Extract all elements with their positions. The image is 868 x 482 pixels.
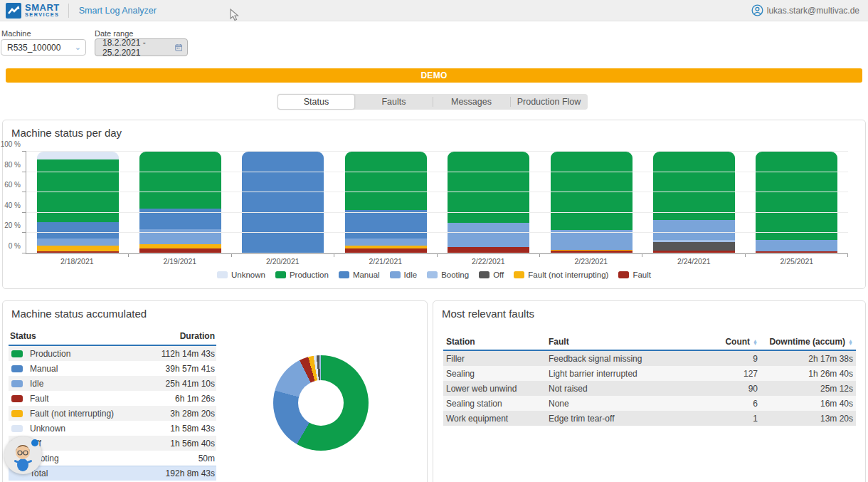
- fault-row-filler[interactable]: FillerFeedback signal missing92h 17m 38s: [443, 351, 856, 366]
- faults-col-count[interactable]: Count▲▼: [702, 337, 758, 347]
- legend-item-unknown: Unknown: [217, 271, 265, 279]
- bar-segment-unknown: [37, 152, 119, 159]
- legend-item-production: Production: [275, 271, 329, 279]
- bar-segment-production: [653, 152, 735, 220]
- stacked-bar-2/20/2021[interactable]: [242, 152, 324, 253]
- bar-segment-idle: [37, 239, 119, 246]
- machine-status-per-day-panel: Machine status per day 0 %20 %40 %60 %80…: [2, 120, 866, 289]
- bar-segment-off: [653, 242, 735, 250]
- y-axis-label: 80 %: [4, 160, 21, 168]
- filter-row: Machine R535_100000 ⌄ Date range 18.2.20…: [0, 22, 868, 63]
- accum-row-unknown[interactable]: Unknown1h 58m 43s: [9, 421, 216, 436]
- chevron-down-icon: ⌄: [75, 43, 81, 52]
- top-bar: SMART SERVICES Smart Log Analyzer lukas.…: [0, 0, 868, 21]
- bar-segment-manual: [242, 152, 324, 253]
- user-email: lukas.stark@multivac.de: [767, 6, 859, 16]
- bar-segment-production: [756, 152, 837, 240]
- accum-title: Machine status accumulated: [3, 301, 427, 320]
- legend-item-idle: Idle: [390, 271, 418, 279]
- faults-col-station: Station: [443, 337, 549, 347]
- stacked-bar-2/25/2021[interactable]: [756, 152, 837, 253]
- tab-messages[interactable]: Messages: [433, 94, 510, 110]
- legend-item-off: Off: [479, 271, 504, 279]
- x-axis-label: 2/24/2021: [642, 257, 746, 266]
- daterange-input[interactable]: 18.2.2021 - 25.2.2021: [95, 38, 188, 56]
- x-axis-label: 2/20/2021: [231, 257, 334, 266]
- user-icon: [751, 4, 763, 16]
- calendar-icon: [175, 43, 182, 52]
- x-axis-label: 2/25/2021: [746, 257, 849, 266]
- daterange-label: Date range: [95, 29, 133, 38]
- mouse-cursor: [230, 9, 239, 21]
- tab-status[interactable]: Status: [277, 94, 355, 110]
- divider: [68, 4, 69, 18]
- x-axis-label: 2/18/2021: [26, 257, 129, 266]
- faults-col-downtime[interactable]: Downtime (accum)▲▼: [758, 337, 856, 347]
- y-axis-label: 100 %: [1, 140, 21, 148]
- chart-title: Machine status per day: [3, 120, 865, 139]
- tab-bar: StatusFaultsMessagesProduction Flow: [277, 94, 588, 110]
- accum-col-duration: Duration: [180, 331, 215, 341]
- faults-title: Most relevant faults: [433, 301, 865, 320]
- x-axis-label: 2/21/2021: [334, 257, 438, 266]
- legend-item-fault: Fault: [618, 271, 651, 279]
- bar-segment-idle: [756, 240, 837, 251]
- bar-segment-idle: [139, 229, 221, 244]
- logo-icon: [6, 3, 21, 19]
- bar-segment-production: [139, 152, 221, 209]
- accum-row-fault[interactable]: Fault6h 1m 26s: [9, 391, 216, 406]
- legend-item-booting: Booting: [427, 271, 469, 279]
- machine-select[interactable]: R535_100000 ⌄: [1, 39, 86, 56]
- fault-row-work-equipment[interactable]: Work equipmentEdge trim tear-off113m 20s: [443, 411, 856, 426]
- fault-row-sealing[interactable]: SealingLight barrier interrupted1271h 26…: [443, 366, 856, 381]
- x-axis-labels: 2/18/20212/19/20212/20/20212/21/20212/22…: [26, 257, 848, 266]
- accum-row-idle[interactable]: Idle25h 41m 10s: [9, 376, 216, 391]
- stacked-bar-chart: 0 %20 %40 %60 %80 %100 %: [26, 152, 848, 254]
- x-axis-label: 2/22/2021: [437, 257, 540, 266]
- machine-status-accumulated-panel: Machine status accumulated Status Durati…: [2, 300, 428, 482]
- machine-value: R535_100000: [7, 43, 60, 53]
- stacked-bar-2/18/2021[interactable]: [37, 152, 119, 253]
- accum-table-header: Status Duration: [9, 328, 216, 346]
- bar-segment-production: [345, 152, 427, 210]
- accum-row-fault-not-interrupting-[interactable]: Fault (not interrupting)3h 28m 20s: [9, 406, 216, 421]
- y-axis-label: 0 %: [9, 242, 21, 250]
- user-account[interactable]: lukas.stark@multivac.de: [751, 4, 868, 16]
- bar-segment-idle: [448, 223, 529, 247]
- faults-col-fault: Fault: [549, 337, 702, 347]
- y-axis-label: 40 %: [4, 201, 21, 209]
- bar-segment-idle: [653, 220, 735, 241]
- x-axis-label: 2/23/2021: [540, 257, 643, 266]
- stacked-bar-2/22/2021[interactable]: [448, 152, 529, 253]
- bar-segment-production: [551, 152, 633, 230]
- fault-row-lower-web-unwind[interactable]: Lower web unwindNot raised9025m 12s: [443, 381, 856, 396]
- chatbot-notification-dot: [31, 439, 38, 446]
- bar-segment-fault-not-interrupting-: [37, 246, 119, 252]
- tab-production-flow[interactable]: Production Flow: [510, 94, 588, 110]
- accum-col-status: Status: [10, 331, 36, 341]
- demo-banner-text: DEMO: [420, 70, 447, 80]
- accum-row-production[interactable]: Production112h 14m 43s: [9, 346, 216, 361]
- faults-table: Station Fault Count▲▼ Downtime (accum)▲▼…: [443, 334, 856, 426]
- bar-segment-manual: [37, 222, 119, 239]
- accum-row-manual[interactable]: Manual39h 57m 41s: [9, 361, 216, 376]
- bar-segment-manual: [345, 210, 427, 239]
- legend-item-fault-not-interrupting-: Fault (not interrupting): [514, 271, 608, 279]
- chart-legend: UnknownProductionManualIdleBootingOffFau…: [3, 271, 865, 279]
- most-relevant-faults-panel: Most relevant faults Station Fault Count…: [433, 300, 866, 482]
- legend-item-manual: Manual: [339, 271, 380, 279]
- stacked-bar-2/23/2021[interactable]: [551, 152, 633, 253]
- y-axis-label: 60 %: [4, 181, 21, 189]
- fault-row-sealing-station[interactable]: Sealing stationNone616m 40s: [443, 396, 856, 411]
- stacked-bar-2/21/2021[interactable]: [345, 152, 427, 253]
- tab-faults[interactable]: Faults: [355, 94, 433, 110]
- logo-text: SMART SERVICES: [25, 3, 60, 17]
- sort-icon: ▲▼: [753, 340, 758, 345]
- stacked-bar-2/19/2021[interactable]: [139, 152, 221, 253]
- bar-segment-idle: [345, 239, 427, 246]
- machine-label: Machine: [1, 29, 31, 38]
- demo-banner: DEMO: [6, 68, 862, 83]
- stacked-bar-2/24/2021[interactable]: [653, 152, 735, 253]
- sort-icon: ▲▼: [848, 340, 853, 345]
- faults-table-header: Station Fault Count▲▼ Downtime (accum)▲▼: [443, 334, 856, 351]
